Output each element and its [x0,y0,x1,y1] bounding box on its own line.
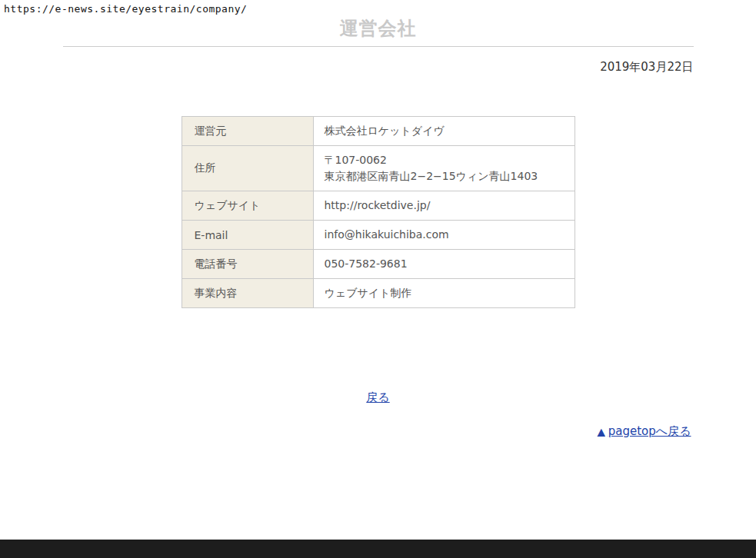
postal-code: 〒107-0062 [325,152,567,168]
footer-bar [0,540,756,558]
back-link-area: 戻る [63,390,694,405]
triangle-up-icon: ▲ [598,426,605,437]
pagetop-link[interactable]: ▲pagetopへ戻る [598,424,691,438]
table-row: 住所 〒107-0062 東京都港区南青山2−2−15ウィン青山1403 [182,146,574,191]
company-page: https://e-news.site/eyestrain/company/ 運… [0,0,756,558]
table-row: ウェブサイト http://rocketdive.jp/ [182,191,574,221]
content-container: 運営会社 2019年03月22日 運営元 株式会社ロケットダイヴ 住所 〒107… [63,0,694,439]
table-row: 事業内容 ウェブサイト制作 [182,279,574,308]
street-address: 東京都港区南青山2−2−15ウィン青山1403 [325,168,567,184]
row-value: http://rocketdive.jp/ [313,191,574,221]
page-title: 運営会社 [63,0,694,41]
company-info-table: 運営元 株式会社ロケットダイヴ 住所 〒107-0062 東京都港区南青山2−2… [182,116,575,308]
back-link[interactable]: 戻る [366,390,389,404]
row-value: 株式会社ロケットダイヴ [313,117,574,146]
row-label: 運営元 [182,117,313,146]
table-row: 運営元 株式会社ロケットダイヴ [182,117,574,146]
row-label: 事業内容 [182,279,313,308]
row-label: ウェブサイト [182,191,313,221]
row-label: E-mail [182,221,313,250]
row-value: 050-7582-9681 [313,250,574,279]
table-row: E-mail info@hikakuichiba.com [182,221,574,250]
row-label: 電話番号 [182,250,313,279]
title-divider [63,46,694,47]
row-value: ウェブサイト制作 [313,279,574,308]
row-label: 住所 [182,146,313,191]
pagetop-link-area: ▲pagetopへ戻る [63,423,694,439]
table-row: 電話番号 050-7582-9681 [182,250,574,279]
pagetop-link-label: pagetopへ戻る [608,424,691,438]
row-value: info@hikakuichiba.com [313,221,574,250]
date-label: 2019年03月22日 [63,60,694,75]
row-value: 〒107-0062 東京都港区南青山2−2−15ウィン青山1403 [313,146,574,191]
